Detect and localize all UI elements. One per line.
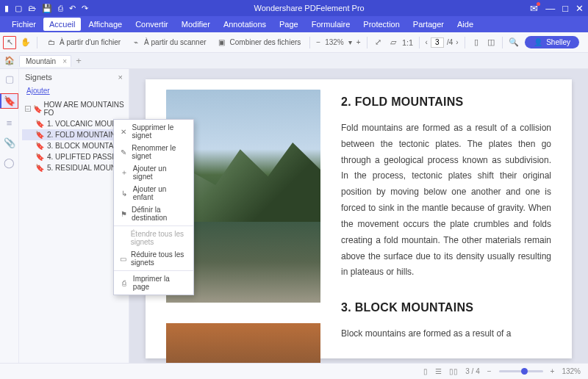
mail-icon[interactable]: ✉ (530, 3, 538, 14)
thumbnails-icon[interactable]: ▢ (5, 73, 14, 84)
ctx-label: Ajouter un enfant (133, 185, 187, 201)
from-scanner-button[interactable]: ⌁À partir du scanner (128, 36, 209, 49)
from-file-button[interactable]: 🗀À partir d'un fichier (43, 36, 123, 49)
from-file-label: À partir d'un fichier (60, 38, 121, 46)
page-input[interactable] (431, 37, 444, 48)
ctx-set-dest[interactable]: ⚑Définir la destination (114, 203, 193, 224)
actual-size-icon[interactable]: 1:1 (403, 37, 413, 48)
page-total: /4 (447, 38, 453, 46)
home-icon[interactable]: 🏠 (4, 56, 15, 65)
menu-protection[interactable]: Protection (357, 18, 406, 31)
heading-block: 3. BLOCK MOUNTAINS (341, 301, 551, 314)
layout-cont-icon[interactable]: ☰ (435, 367, 442, 375)
item-label: 4. UPLIFTED PASSIVE (47, 153, 123, 161)
combine-button[interactable]: ▣Combiner des fichiers (214, 36, 304, 49)
undo-icon[interactable]: ↶ (69, 4, 76, 13)
ctx-separator (114, 225, 193, 226)
doc-tab[interactable]: Mountain × (19, 55, 71, 67)
search-icon[interactable]: 🔍 (509, 37, 519, 48)
menu-modifier[interactable]: Modifier (176, 18, 216, 31)
zoom-slider[interactable] (499, 370, 543, 372)
menu-convertir[interactable]: Convertir (129, 18, 174, 31)
ctx-label: Ajouter un signet (133, 165, 187, 181)
app-logo-icon: ▮ (4, 4, 9, 13)
main-area: ▢ 🔖 ≡ 📎 ◯ Signets × Ajouter −🔖HOW ARE MO… (0, 69, 588, 363)
user-icon: 👤 (534, 38, 542, 46)
ctx-label: Définir la destination (132, 206, 187, 222)
context-menu: ✕Supprimer le signet ✎Renommer le signet… (113, 119, 194, 295)
menu-page[interactable]: Page (273, 18, 304, 31)
ctx-add[interactable]: ＋Ajouter un signet (114, 162, 193, 183)
menu-fichier[interactable]: Fichier (6, 18, 42, 31)
select-tool-highlight: ↖ (3, 36, 16, 49)
zoom-value: 132% (325, 38, 344, 46)
maximize-icon[interactable]: □ (562, 3, 568, 14)
user-chip[interactable]: 👤Shelley (525, 36, 579, 48)
new-icon[interactable]: ▢ (15, 4, 22, 13)
combine-label: Combiner des fichiers (230, 38, 301, 46)
collapse-icon[interactable]: − (25, 106, 31, 112)
ctx-expand-all: Étendre tous les signets (114, 228, 193, 248)
bookmarks-icon[interactable]: 🔖 (0, 93, 18, 109)
combine-icon: ▣ (217, 37, 227, 48)
ctx-rename[interactable]: ✎Renommer le signet (114, 142, 193, 162)
open-icon[interactable]: 🗁 (28, 4, 36, 12)
comments-icon[interactable]: ≡ (7, 118, 12, 129)
attachments-icon[interactable]: 📎 (4, 137, 15, 148)
status-zoom-in-icon[interactable]: + (551, 367, 555, 375)
paragraph-fold: Fold mountains are formed as a result of… (341, 120, 551, 281)
ctx-add-child[interactable]: ↳Ajouter un enfant (114, 183, 193, 203)
redo-icon[interactable]: ↷ (82, 4, 88, 13)
tree-root[interactable]: −🔖HOW ARE MOUNTAINS FO (22, 99, 129, 118)
from-scanner-label: À partir du scanner (144, 38, 207, 46)
next-page-icon[interactable]: › (456, 38, 458, 46)
ctx-label: Renommer le signet (132, 144, 187, 160)
separator (367, 37, 368, 48)
scanner-icon: ⌁ (131, 37, 141, 48)
menu-annotations[interactable]: Annotations (218, 18, 272, 31)
close-tab-icon[interactable]: × (62, 57, 67, 65)
prev-page-icon[interactable]: ‹ (426, 38, 428, 46)
menu-accueil[interactable]: Accueil (43, 18, 81, 31)
layout-facing-icon[interactable]: ▯▯ (449, 367, 458, 375)
menu-aide[interactable]: Aide (451, 18, 479, 31)
minimize-icon[interactable]: — (545, 3, 555, 14)
panel-close-icon[interactable]: × (118, 73, 123, 82)
document-viewport[interactable]: 2. FOLD MOUNTAINS Fold mountains are for… (129, 69, 588, 363)
ctx-collapse-all[interactable]: ▭Réduire tous les signets (114, 248, 193, 269)
view-mode1-icon[interactable]: ▯ (471, 37, 481, 48)
ctx-label: Imprimer la page (133, 275, 187, 291)
panel-title: Signets (25, 73, 52, 82)
layout-single-icon[interactable]: ▯ (423, 367, 428, 375)
zoom-out-icon[interactable]: − (316, 38, 320, 46)
cursor-icon[interactable]: ↖ (4, 37, 15, 48)
zoom-dd-icon[interactable]: ▾ (348, 38, 352, 46)
ctx-delete[interactable]: ✕Supprimer le signet (114, 121, 193, 142)
ctx-print[interactable]: ⎙Imprimer la page (114, 272, 193, 293)
menu-formulaire[interactable]: Formulaire (306, 18, 356, 31)
separator (465, 37, 465, 48)
close-icon[interactable]: ✕ (576, 3, 584, 14)
separator (502, 37, 503, 48)
root-label: HOW ARE MOUNTAINS FO (44, 101, 129, 117)
status-zoom-out-icon[interactable]: − (487, 367, 492, 375)
fit-page-icon[interactable]: ▱ (388, 37, 398, 48)
folder-icon: 🗀 (46, 37, 57, 48)
fit-width-icon[interactable]: ⤢ (373, 37, 384, 48)
edit-icon: ✎ (120, 148, 127, 156)
layers-icon[interactable]: ◯ (4, 157, 15, 168)
ctx-label: Étendre tous les signets (131, 230, 187, 246)
view-mode2-icon[interactable]: ◫ (486, 37, 496, 48)
menu-partager[interactable]: Partager (407, 18, 450, 31)
print-icon[interactable]: ⎙ (58, 4, 63, 12)
save-icon[interactable]: 💾 (42, 4, 52, 13)
pdf-page: 2. FOLD MOUNTAINS Fold mountains are for… (146, 79, 572, 358)
item-label: 2. FOLD MOUNTAINS (47, 131, 121, 139)
titlebar: ▮ ▢ 🗁 💾 ⎙ ↶ ↷ Wondershare PDFelement Pro… (0, 0, 588, 16)
zoom-controls: − 132% ▾ + (316, 38, 360, 46)
new-tab-icon[interactable]: + (76, 55, 82, 66)
menu-affichage[interactable]: Affichage (82, 18, 128, 31)
hand-icon[interactable]: ✋ (21, 37, 31, 48)
zoom-in-icon[interactable]: + (356, 38, 361, 46)
add-bookmark-link[interactable]: Ajouter (19, 85, 129, 99)
